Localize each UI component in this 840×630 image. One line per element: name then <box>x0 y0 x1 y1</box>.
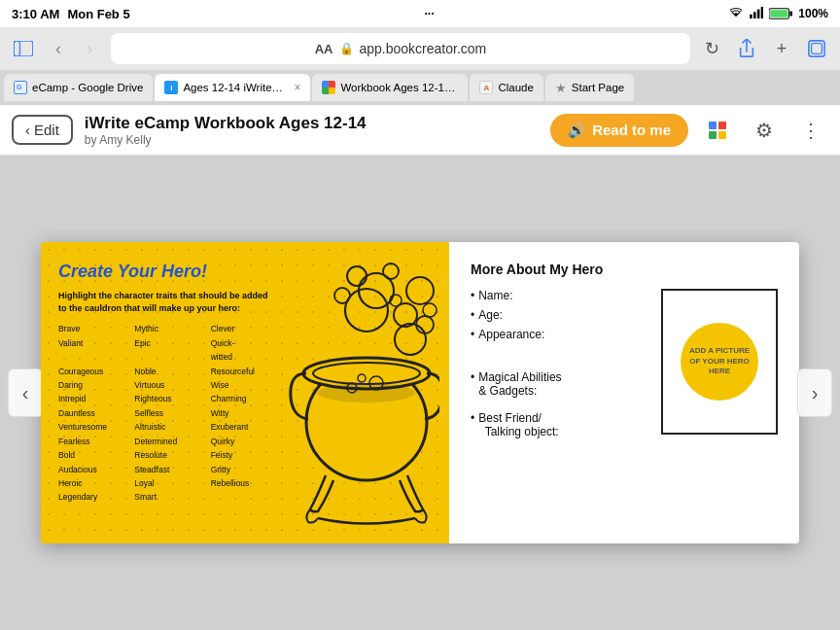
tab-label-ecamp: eCamp - Google Drive <box>32 82 143 93</box>
tab-label-claude: Claude <box>498 82 533 93</box>
tab-label-workbook: Workbook Ages 12-14 b... <box>340 82 458 93</box>
more-about-title: More About My Hero <box>471 262 778 277</box>
forward-btn[interactable]: › <box>76 35 103 62</box>
browser-tabs: G eCamp - Google Drive i Ages 12-14 iWri… <box>0 70 840 105</box>
battery-pct: 100% <box>798 7 828 20</box>
svg-rect-3 <box>761 7 763 18</box>
field-age: Age: <box>471 308 651 322</box>
book-author: by Amy Kelly <box>85 133 539 147</box>
tab-workbook[interactable]: Workbook Ages 12-14 b... <box>312 74 468 101</box>
field-abilities: Magical Abilities& Gadgets: <box>471 370 651 398</box>
status-bar: 3:10 AM Mon Feb 5 ··· 100% <box>0 0 840 27</box>
book-spread: Create Your Hero! Highlight the characte… <box>41 242 799 543</box>
address-bar[interactable]: AA 🔒 app.bookcreator.com <box>111 33 690 64</box>
tab-favicon-startpage: ★ <box>555 81 567 95</box>
svg-text:G: G <box>17 84 22 90</box>
tab-favicon-ecamp: G <box>14 81 27 94</box>
svg-rect-7 <box>14 41 33 56</box>
svg-rect-0 <box>750 14 752 18</box>
sidebar-toggle-btn[interactable] <box>10 35 37 62</box>
grid-view-button[interactable] <box>700 113 735 148</box>
right-page: More About My Hero ADD A PICTURE OF YOUR… <box>449 242 799 543</box>
tab-favicon-claude: A <box>479 81 493 94</box>
create-hero-title: Create Your Hero! <box>58 262 432 282</box>
svg-rect-5 <box>790 11 793 16</box>
edit-back-arrow: ‹ <box>25 122 30 138</box>
url-text: app.bookcreator.com <box>360 41 487 56</box>
next-page-button[interactable]: › <box>797 368 832 417</box>
signal-icon <box>750 7 763 21</box>
tab-label-startpage: Start Page <box>572 82 624 93</box>
read-to-me-button[interactable]: 🔊 Read to me <box>550 114 688 147</box>
app-header: ‹ Edit iWrite eCamp Workbook Ages 12-14 … <box>0 105 840 156</box>
left-page-content: Create Your Hero! Highlight the characte… <box>58 262 432 505</box>
browser-toolbar: ‹ › AA 🔒 app.bookcreator.com ↻ + <box>0 27 840 70</box>
status-time: 3:10 AM <box>12 7 59 21</box>
more-options-button[interactable]: ⋮ <box>793 113 828 148</box>
edit-button[interactable]: ‹ Edit <box>12 115 73 145</box>
book-title: iWrite eCamp Workbook Ages 12-14 <box>85 114 539 133</box>
tab-claude[interactable]: A Claude <box>470 74 542 101</box>
font-size-label: AA <box>315 42 333 56</box>
tab-favicon-workbook <box>322 81 335 94</box>
settings-button[interactable]: ⚙ <box>747 113 782 148</box>
reload-btn[interactable]: ↻ <box>698 35 725 62</box>
lock-icon: 🔒 <box>339 42 354 55</box>
new-tab-btn[interactable]: + <box>768 35 795 62</box>
field-name: Name: <box>471 289 651 302</box>
status-left: 3:10 AM Mon Feb 5 <box>12 7 130 21</box>
left-page: Create Your Hero! Highlight the characte… <box>41 242 449 543</box>
back-btn[interactable]: ‹ <box>45 35 72 62</box>
ellipsis-icon: ··· <box>424 7 434 20</box>
tab-close-iwrite[interactable]: × <box>294 81 300 94</box>
wifi-icon <box>728 7 744 21</box>
photo-placeholder-text: ADD A PICTURE OF YOUR HERO HERE <box>688 346 751 376</box>
svg-rect-6 <box>771 10 788 18</box>
status-day: Mon Feb 5 <box>67 7 129 21</box>
svg-rect-8 <box>14 41 19 56</box>
hero-photo-circle: ADD A PICTURE OF YOUR HERO HERE <box>681 323 758 401</box>
read-to-me-label: Read to me <box>592 122 671 138</box>
svg-rect-1 <box>753 12 756 18</box>
tab-favicon-iwrite: i <box>164 81 178 94</box>
status-right: 100% <box>728 7 828 21</box>
tab-label-iwrite: Ages 12-14 iWrite Work... <box>183 82 285 93</box>
create-hero-subtitle: Highlight the character traits that shou… <box>58 290 272 314</box>
browser-actions: ↻ + <box>698 35 830 62</box>
edit-label: Edit <box>34 122 59 138</box>
field-appearance: Appearance: <box>471 328 651 341</box>
speaker-icon: 🔊 <box>568 122 586 139</box>
main-content: ‹ Create Your Hero! Highlight the charac… <box>0 156 840 630</box>
svg-rect-10 <box>812 44 822 54</box>
tab-iwrite[interactable]: i Ages 12-14 iWrite Work... × <box>155 74 310 101</box>
prev-page-button[interactable]: ‹ <box>8 368 43 417</box>
traits-grid: BraveMythicClever ValiantEpicQuick-witte… <box>58 322 287 505</box>
tab-startpage[interactable]: ★ Start Page <box>545 74 634 101</box>
book-title-area: iWrite eCamp Workbook Ages 12-14 by Amy … <box>85 114 539 147</box>
battery-icon <box>769 8 792 19</box>
tabs-overview-btn[interactable] <box>803 35 830 62</box>
browser-nav-buttons: ‹ › <box>45 35 103 62</box>
hero-photo-box: ADD A PICTURE OF YOUR HERO HERE <box>661 289 778 435</box>
field-best-friend: Best Friend/ Talking object: <box>471 411 651 438</box>
share-btn[interactable] <box>733 35 760 62</box>
tab-ecamp[interactable]: G eCamp - Google Drive <box>4 74 153 101</box>
svg-rect-2 <box>757 9 760 18</box>
